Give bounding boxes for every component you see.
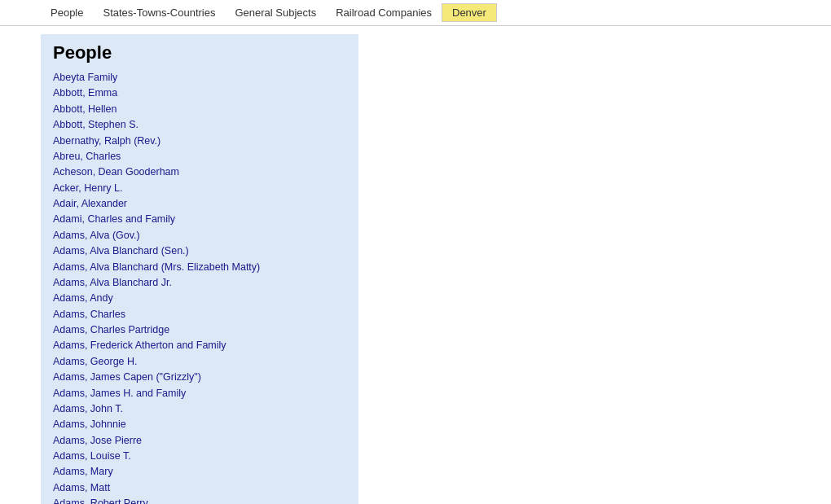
- list-item[interactable]: Adams, Charles Partridge: [53, 322, 346, 338]
- list-item[interactable]: Adams, Louise T.: [53, 449, 346, 464]
- list-item[interactable]: Abbott, Hellen: [53, 102, 346, 117]
- app: PeopleStates-Towns-CountriesGeneral Subj…: [0, 0, 831, 504]
- list-item[interactable]: Abreu, Charles: [53, 149, 346, 164]
- list-item[interactable]: Adams, Robert Perry: [53, 496, 346, 504]
- list-item[interactable]: Adams, Alva (Gov.): [53, 228, 346, 243]
- main-list: People Abeyta FamilyAbbott, EmmaAbbott, …: [41, 34, 358, 504]
- list-item[interactable]: Acheson, Dean Gooderham: [53, 164, 346, 180]
- list-item[interactable]: Adams, Andy: [53, 291, 346, 306]
- nav-item-people[interactable]: People: [41, 3, 93, 22]
- list-item[interactable]: Adams, James H. and Family: [53, 386, 346, 401]
- list-item[interactable]: Adami, Charles and Family: [53, 212, 346, 227]
- list-item[interactable]: Abbott, Stephen S.: [53, 117, 346, 133]
- list-item[interactable]: Adams, Matt: [53, 480, 346, 496]
- content-area: People Abeyta FamilyAbbott, EmmaAbbott, …: [0, 26, 831, 504]
- nav-item-railroad-companies[interactable]: Railroad Companies: [326, 3, 442, 22]
- list-item[interactable]: Adams, Frederick Atherton and Family: [53, 338, 346, 353]
- nav-item-states-towns-countries[interactable]: States-Towns-Countries: [93, 3, 225, 22]
- list-item[interactable]: Adams, Johnnie: [53, 417, 346, 432]
- list-item[interactable]: Adams, James Capen ("Grizzly"): [53, 370, 346, 385]
- list-item[interactable]: Acker, Henry L.: [53, 181, 346, 196]
- list-item[interactable]: Adair, Alexander: [53, 196, 346, 212]
- list-item[interactable]: Abeyta Family: [53, 70, 346, 85]
- page-title: People: [53, 42, 346, 64]
- list-item[interactable]: Adams, Mary: [53, 464, 346, 480]
- list-item[interactable]: Abbott, Emma: [53, 85, 346, 101]
- nav-item-general-subjects[interactable]: General Subjects: [225, 3, 326, 22]
- list-item[interactable]: Adams, Alva Blanchard Jr.: [53, 275, 346, 291]
- list-item[interactable]: Abernathy, Ralph (Rev.): [53, 134, 346, 149]
- list-item[interactable]: Adams, Charles: [53, 307, 346, 322]
- list-item[interactable]: Adams, Alva Blanchard (Mrs. Elizabeth Ma…: [53, 260, 346, 275]
- nav-bar: PeopleStates-Towns-CountriesGeneral Subj…: [0, 0, 831, 26]
- list-item[interactable]: Adams, Alva Blanchard (Sen.): [53, 243, 346, 259]
- nav-item-denver[interactable]: Denver: [442, 3, 497, 22]
- list-item[interactable]: Adams, Jose Pierre: [53, 433, 346, 449]
- list-item[interactable]: Adams, George H.: [53, 354, 346, 370]
- list-item[interactable]: Adams, John T.: [53, 401, 346, 417]
- right-panel: [375, 34, 790, 504]
